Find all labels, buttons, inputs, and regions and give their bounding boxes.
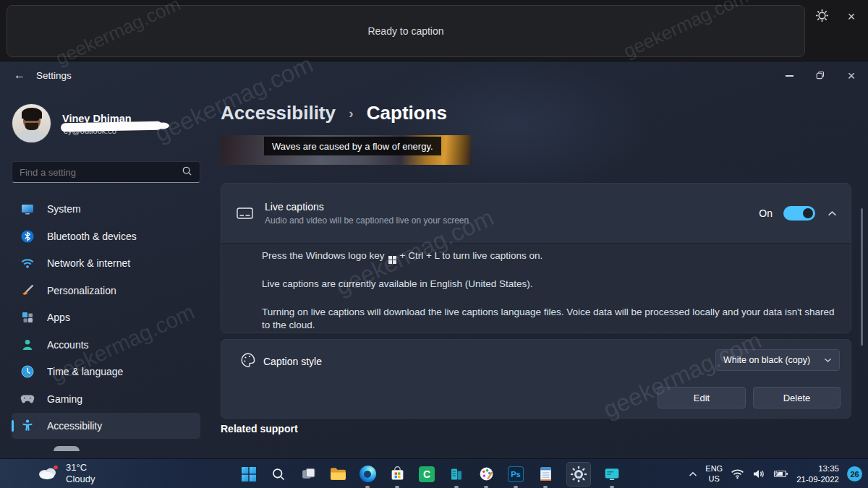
photoshop-icon[interactable]: Ps <box>507 466 524 483</box>
availability-line: Live captions are currently available in… <box>262 278 836 291</box>
caption-settings-button[interactable] <box>812 7 832 26</box>
volume-tray-icon[interactable] <box>752 468 765 479</box>
system-tray: ENG US <box>689 459 862 488</box>
sidebar-item-apps[interactable]: Apps <box>12 304 200 330</box>
language-indicator[interactable]: ENG US <box>705 464 723 483</box>
start-button[interactable] <box>240 466 258 483</box>
window-close-button[interactable]: × <box>841 67 862 85</box>
search-icon <box>182 166 192 179</box>
bluetooth-icon <box>20 229 35 244</box>
microsoft-store-icon[interactable] <box>388 466 406 483</box>
weather-condition: Cloudy <box>66 474 95 485</box>
sidebar-item-partial <box>54 446 80 451</box>
restore-icon <box>816 69 825 82</box>
notification-count-badge[interactable]: 26 <box>847 466 862 481</box>
search-button[interactable] <box>270 466 287 483</box>
chevron-up-icon[interactable] <box>826 209 838 218</box>
search-box[interactable] <box>12 161 200 183</box>
dropdown-value: White on black (copy) <box>723 355 810 365</box>
related-support-heading: Related support <box>221 423 298 435</box>
sidebar-item-label: System <box>47 203 81 215</box>
running-indicator <box>543 486 548 488</box>
server-app-icon[interactable] <box>448 466 465 483</box>
sidebar-item-personalization[interactable]: Personalization <box>12 278 200 304</box>
minimize-icon <box>786 75 793 77</box>
brush-icon <box>20 283 35 298</box>
live-captions-details: Press the Windows logo key+ Ctrl + L to … <box>221 243 851 333</box>
setting-title: Caption style <box>263 356 322 367</box>
running-indicator <box>484 486 488 488</box>
caption-style-dropdown[interactable]: White on black (copy) <box>715 349 840 371</box>
tray-date: 21-09-2022 <box>796 474 839 484</box>
paint-app-icon[interactable] <box>477 466 495 483</box>
chevron-down-icon <box>824 355 832 365</box>
wifi-icon <box>20 256 35 270</box>
sidebar-item-gaming[interactable]: Gaming <box>12 386 200 412</box>
live-caption-panel[interactable]: Ready to caption <box>7 5 805 57</box>
selected-indicator <box>12 420 14 432</box>
live-captions-card: Live captions Audio and video will be ca… <box>221 183 851 333</box>
clock-globe-icon <box>20 364 35 379</box>
cloud-icon <box>36 464 59 483</box>
search-input[interactable] <box>20 167 182 178</box>
task-view-button[interactable] <box>299 466 317 483</box>
restore-button[interactable] <box>809 67 831 85</box>
tray-chevron-up-icon[interactable] <box>689 471 697 477</box>
sidebar-item-accounts[interactable]: Accounts <box>12 332 200 358</box>
captions-icon <box>236 205 253 221</box>
taskbar: 31°C Cloudy <box>0 458 868 488</box>
active-app-highlight <box>566 462 591 487</box>
sidebar-item-time-language[interactable]: Time & language <box>12 359 200 385</box>
privacy-note-line: Turning on live captions will download t… <box>262 306 836 332</box>
breadcrumb-parent[interactable]: Accessibility <box>221 102 336 124</box>
delete-button[interactable]: Delete <box>753 387 841 408</box>
live-caption-overlay-bar: Ready to caption × <box>0 0 868 61</box>
sidebar-item-label: Network & internet <box>47 257 130 269</box>
sidebar-nav: System Bluetooth & devices <box>12 196 200 439</box>
toggle-state-label: On <box>759 207 773 219</box>
gear-icon <box>815 9 829 25</box>
accessibility-icon <box>20 419 35 433</box>
gamepad-icon <box>20 392 35 406</box>
edge-browser-icon[interactable] <box>359 466 376 483</box>
window-title: Settings <box>36 70 72 81</box>
avatar[interactable] <box>12 103 51 143</box>
system-icon <box>20 202 35 216</box>
caption-close-button[interactable]: × <box>841 7 861 26</box>
battery-tray-icon[interactable] <box>773 469 788 479</box>
running-indicator <box>454 486 459 488</box>
shortcut-line: Press the Windows logo key+ Ctrl + L to … <box>262 249 836 264</box>
running-indicator <box>610 486 614 488</box>
running-indicator <box>365 486 370 488</box>
file-explorer-icon[interactable] <box>329 466 346 483</box>
person-icon <box>20 338 35 352</box>
display-app-icon[interactable] <box>603 466 621 483</box>
scrollbar[interactable] <box>861 208 863 346</box>
sidebar-item-bluetooth-devices[interactable]: Bluetooth & devices <box>12 223 200 249</box>
setting-title: Live captions <box>265 201 747 213</box>
camtasia-icon[interactable]: C <box>418 466 435 483</box>
clock[interactable]: 13:35 21-09-2022 <box>796 463 839 484</box>
sidebar-item-system[interactable]: System <box>12 196 200 222</box>
apps-icon <box>20 310 35 325</box>
caption-style-card: Caption style White on black (copy) Edit… <box>221 339 851 419</box>
sidebar-item-network-internet[interactable]: Network & internet <box>12 250 200 276</box>
caption-status-text: Ready to caption <box>367 25 443 37</box>
live-captions-toggle[interactable] <box>783 206 815 221</box>
weather-temperature: 31°C <box>66 462 95 474</box>
breadcrumb: Accessibility › Captions <box>221 102 447 124</box>
minimize-button[interactable] <box>778 67 800 85</box>
running-indicator <box>395 486 399 488</box>
live-captions-header-row[interactable]: Live captions Audio and video will be ca… <box>221 184 851 243</box>
settings-app-icon[interactable] <box>566 462 591 487</box>
close-icon: × <box>848 69 856 82</box>
caption-preview-video: Waves are caused by a flow of energy. <box>221 135 472 165</box>
notepad-icon[interactable] <box>537 466 554 483</box>
palette-icon <box>240 352 256 371</box>
sidebar-item-accessibility[interactable]: Accessibility <box>12 413 200 439</box>
back-button[interactable]: ← <box>10 67 29 83</box>
wifi-tray-icon[interactable] <box>731 468 744 479</box>
back-arrow-icon: ← <box>14 69 25 82</box>
edit-button[interactable]: Edit <box>658 387 746 408</box>
weather-widget[interactable]: 31°C Cloudy <box>36 462 95 486</box>
